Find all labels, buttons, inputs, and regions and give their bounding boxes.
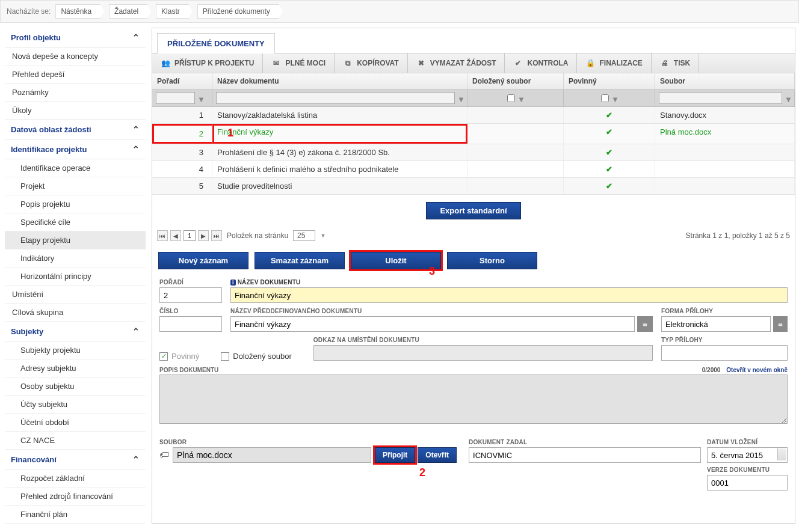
sidebar-section-head[interactable]: Datová oblast žádosti⌃ (5, 120, 146, 139)
toolbar-print-button[interactable]: 🖨TISK (652, 54, 699, 73)
lookup-nazev-pred-icon[interactable]: ≡ (637, 316, 653, 332)
popis-open-new-window[interactable]: Otevřít v novém okně (726, 367, 788, 373)
sidebar-item[interactable]: Projekt (5, 177, 146, 195)
attach-button[interactable]: Připojit (375, 447, 415, 463)
sidebar-section-head[interactable]: Identifikace projektu⌃ (5, 139, 146, 159)
sidebar-item[interactable]: Specifické cíle (5, 213, 146, 231)
input-verze[interactable] (707, 475, 788, 491)
pager-page-input[interactable] (184, 230, 196, 241)
filter-poradi[interactable] (156, 92, 195, 104)
sidebar-item[interactable]: Nová depeše a koncepty (5, 47, 146, 66)
checkbox-povinny-row: ✓ Povinný (159, 352, 199, 361)
sidebar-item[interactable]: Horizontální principy (5, 268, 146, 286)
pager-last[interactable]: ⏭ (211, 230, 222, 241)
export-button[interactable]: Export standardní (426, 202, 520, 219)
input-odkaz[interactable] (313, 345, 653, 361)
grid-filter-row: ▼ ▼ ▼ ▼ ▼ (152, 90, 795, 107)
sidebar-item[interactable]: Umístění (5, 286, 146, 304)
new-record-button[interactable]: Nový záznam (158, 252, 248, 269)
sidebar-item[interactable]: Subjekty projektu (5, 341, 146, 359)
sidebar-section-head[interactable]: Profil objektu⌃ (5, 28, 146, 47)
breadcrumb-item[interactable]: Nástěnka (55, 4, 100, 19)
table-row[interactable]: 3Prohlášení dle § 14 (3) e) zákona č. 21… (152, 144, 795, 161)
input-forma[interactable] (661, 316, 771, 332)
breadcrumb-item[interactable]: Žadatel (109, 4, 147, 19)
input-nazev-pred[interactable] (230, 316, 635, 332)
table-row[interactable]: 5Studie proveditelnosti✔ (152, 178, 795, 195)
sidebar-section-head[interactable]: Subjekty⌃ (5, 322, 146, 341)
funnel-icon[interactable]: ▼ (197, 95, 203, 101)
table-row[interactable]: 4Prohlášení k definici malého a středníh… (152, 161, 795, 178)
textarea-popis[interactable] (159, 375, 788, 424)
sidebar-section-head[interactable]: Financování⌃ (5, 450, 146, 469)
funnel-icon[interactable]: ▼ (611, 95, 617, 101)
sidebar-item[interactable]: Přehled depeší (5, 66, 146, 84)
tab-attached-docs[interactable]: PŘILOŽENÉ DOKUMENTY (157, 33, 275, 54)
funnel-icon[interactable]: ▼ (457, 95, 463, 101)
input-zadal[interactable] (469, 447, 701, 463)
pager-perpage-select[interactable]: 25 (293, 230, 315, 241)
col-header-poradi[interactable]: Pořadí (152, 73, 212, 89)
check-icon: ✔ (606, 182, 612, 191)
checkbox-povinny[interactable]: ✓ (159, 352, 168, 361)
table-row[interactable]: 1Stanovy/zakladatelská listina✔Stanovy.d… (152, 107, 795, 124)
input-cislo[interactable] (159, 316, 222, 332)
filter-dolozeny-check[interactable] (507, 94, 515, 102)
sidebar-item[interactable]: Osoby subjektu (5, 378, 146, 396)
sidebar-item[interactable]: Finanční plán (5, 506, 146, 524)
table-row[interactable]: 21Finanční výkazy✔Plná moc.docx (152, 124, 795, 144)
input-nazev-dokumentu[interactable] (230, 287, 788, 303)
filter-povinny-check[interactable] (601, 94, 609, 102)
col-header-nazev[interactable]: Název dokumentu (212, 73, 467, 89)
toolbar-check-button[interactable]: ✔KONTROLA (505, 54, 577, 73)
cancel-button[interactable]: Storno (447, 252, 537, 269)
sidebar-item[interactable]: Rozpočet základní (5, 469, 146, 488)
funnel-icon[interactable]: ▼ (785, 95, 791, 101)
lookup-forma-icon[interactable]: ≡ (773, 316, 788, 332)
sidebar-item[interactable]: Účetní období (5, 414, 146, 432)
pager-perpage-label: Položek na stránku (227, 231, 288, 240)
col-header-dolozeny[interactable]: Doložený soubor (467, 73, 564, 89)
popis-counter: 0/2000 (702, 367, 721, 373)
sidebar-item[interactable]: Přehled zdrojů financování (5, 488, 146, 506)
funnel-icon[interactable]: ▼ (517, 95, 523, 101)
toolbar-x-button[interactable]: ✖VYMAZAT ŽÁDOST (408, 54, 505, 73)
sidebar-item[interactable]: Popis projektu (5, 195, 146, 213)
toolbar-lock-button[interactable]: 🔒FINALIZACE (577, 54, 651, 73)
input-poradi[interactable] (159, 287, 222, 303)
input-typ[interactable] (661, 345, 788, 361)
sidebar-item[interactable]: Indikátory (5, 249, 146, 268)
pager-next[interactable]: ▶ (198, 230, 209, 241)
filter-nazev[interactable] (216, 92, 455, 104)
breadcrumb-item[interactable]: Přiložené dokumenty (197, 4, 279, 19)
col-header-povinny[interactable]: Povinný (564, 73, 655, 89)
open-file-button[interactable]: Otevřít (418, 447, 457, 463)
label-dolozeny: Doložený soubor (233, 352, 292, 361)
input-datum[interactable] (707, 447, 788, 463)
label-popis: POPIS DOKUMENTU (159, 367, 218, 373)
label-soubor: SOUBOR (159, 439, 457, 445)
checkbox-dolozeny[interactable] (221, 352, 229, 361)
toolbar-users-button[interactable]: 👥PŘÍSTUP K PROJEKTU (152, 54, 263, 73)
sidebar-item[interactable]: Adresy subjektu (5, 359, 146, 378)
delete-record-button[interactable]: Smazat záznam (255, 252, 345, 269)
sidebar-item[interactable]: Poznámky (5, 84, 146, 102)
documents-grid: Pořadí Název dokumentu Doložený soubor P… (152, 73, 795, 195)
toolbar-mail-button[interactable]: ✉PLNÉ MOCI (263, 54, 335, 73)
pager-prev[interactable]: ◀ (170, 230, 181, 241)
sidebar-item[interactable]: Etapy projektu (5, 231, 146, 249)
sidebar-item[interactable]: Cílová skupina (5, 304, 146, 322)
print-icon: 🖨 (660, 58, 670, 68)
pager-first[interactable]: ⏮ (157, 230, 168, 241)
sidebar-item[interactable]: Identifikace operace (5, 159, 146, 177)
sidebar-item[interactable]: CZ NACE (5, 432, 146, 450)
sidebar-item[interactable]: Úkoly (5, 102, 146, 120)
breadcrumb-item[interactable]: Klastr (156, 4, 189, 19)
filter-soubor[interactable] (659, 92, 782, 104)
sidebar-item[interactable]: Účty subjektu (5, 396, 146, 414)
input-soubor[interactable] (173, 447, 371, 463)
save-button[interactable]: Uložit (351, 252, 441, 269)
toolbar-copy-button[interactable]: ⧉KOPÍROVAT (335, 54, 408, 73)
col-header-soubor[interactable]: Soubor (655, 73, 795, 89)
check-icon: ✔ (606, 165, 612, 174)
